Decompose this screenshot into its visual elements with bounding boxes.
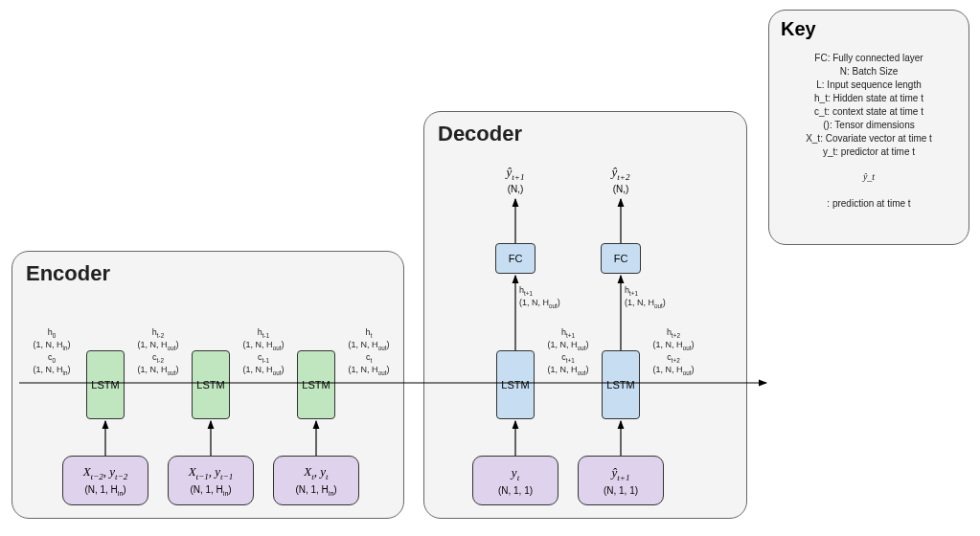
key-item-0: FC: Fully connected layer (769, 53, 969, 63)
input-enc-1: Xt−2, yt−2 (N, 1, Hin) (62, 456, 148, 505)
key-title: Key (781, 18, 816, 40)
input-dec-1-math: yt (512, 465, 519, 482)
lstm-enc-1: LSTM (86, 350, 125, 419)
output-y1: ŷt+1 (N,) (492, 165, 538, 194)
lstm-enc-3: LSTM (297, 350, 335, 419)
fc-1: FC (495, 243, 536, 274)
decoder-title: Decoder (438, 122, 522, 146)
lstm-dec-2: LSTM (602, 350, 640, 419)
input-enc-3: Xt, yt (N, 1, Hin) (273, 456, 359, 505)
key-item-2: L: Input sequence length (769, 79, 969, 90)
encoder-title: Encoder (26, 261, 110, 286)
input-enc-1-dim: (N, 1, Hin) (84, 484, 125, 497)
input-dec-1-dim: (N, 1, 1) (498, 485, 533, 496)
key-item-3: h_t: Hidden state at time t (769, 93, 969, 103)
input-enc-1-math: Xt−2, yt−2 (83, 464, 128, 481)
input-dec-2: ŷt+1 (N, 1, 1) (578, 456, 664, 505)
key-item-5: (): Tensor dimensions (769, 120, 969, 130)
state-h0: h0(1, N, Hin)c0(1, N, Hin) (23, 327, 80, 377)
key-item-1: N: Batch Size (769, 66, 969, 77)
key-item-9: : prediction at time t (769, 198, 969, 209)
key-item-4: c_t: context state at time t (769, 106, 969, 117)
key-item-7: y_t: predictor at time t (769, 146, 969, 157)
state-htp1: ht+1(1, N, Hout)ct+1(1, N, Hout) (538, 327, 598, 377)
fc-2: FC (601, 243, 641, 274)
fc2-label: ht+1(1, N, Hout) (625, 285, 684, 310)
state-ht1: ht-1(1, N, Hout)ct-1(1, N, Hout) (234, 327, 293, 377)
input-dec-1: yt (N, 1, 1) (472, 456, 558, 505)
state-ht2: ht-2(1, N, Hout)ct-2(1, N, Hout) (128, 327, 188, 377)
input-enc-3-math: Xt, yt (304, 464, 328, 481)
lstm-enc-2: LSTM (192, 350, 230, 419)
key-panel: Key FC: Fully connected layer N: Batch S… (768, 10, 969, 245)
lstm-dec-1: LSTM (496, 350, 535, 419)
input-dec-2-math: ŷt+1 (612, 465, 630, 482)
input-enc-3-dim: (N, 1, Hin) (295, 484, 336, 497)
state-ht: ht(1, N, Hout)ct(1, N, Hout) (339, 327, 399, 377)
output-y2: ŷt+2 (N,) (598, 165, 644, 194)
input-enc-2-math: Xt−1, yt−1 (189, 464, 234, 481)
state-htp2: ht+2(1, N, Hout)ct+2(1, N, Hout) (644, 327, 703, 377)
input-enc-2-dim: (N, 1, Hin) (190, 484, 231, 497)
fc1-label: ht+1(1, N, Hout) (519, 285, 579, 310)
input-dec-2-dim: (N, 1, 1) (604, 485, 638, 496)
key-item-8: ŷ_t (769, 171, 969, 182)
input-enc-2: Xt−1, yt−1 (N, 1, Hin) (168, 456, 254, 505)
key-item-6: X_t: Covariate vector at time t (769, 133, 969, 144)
